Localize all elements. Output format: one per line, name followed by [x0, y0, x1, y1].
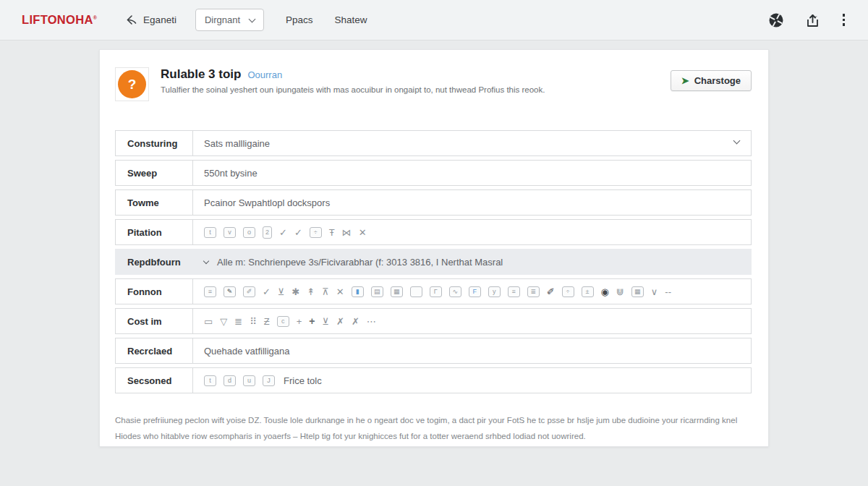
row-label: Cost im — [116, 309, 193, 333]
top-nav: Ppacs Shatew — [286, 14, 367, 25]
anchor-plus-icon[interactable]: ÷ — [562, 286, 574, 297]
text-f-icon[interactable]: F — [469, 286, 481, 297]
card-icon[interactable]: o — [243, 227, 255, 238]
check-icon[interactable]: ✓ — [294, 228, 302, 237]
brand-logo[interactable]: LIFTONOHA® — [22, 13, 97, 27]
align-lines-icon[interactable]: ≣ — [234, 317, 242, 326]
back-label: Eganeti — [143, 14, 176, 25]
ellipsis-icon[interactable]: ⋯ — [367, 317, 376, 326]
nav-link-ppacs[interactable]: Ppacs — [286, 14, 313, 25]
ribbon-up-icon[interactable]: ↟ — [307, 287, 315, 297]
row-value: Sats mallligaine — [204, 138, 270, 149]
rect-icon[interactable]: ▭ — [204, 317, 213, 326]
row-label: Towme — [116, 190, 193, 215]
chevron-down-icon[interactable]: ∨ — [651, 287, 658, 297]
send-arrow-icon: ➤ — [681, 76, 689, 85]
form-row-repdbfourn[interactable]: Repdbfourn Alle m: Snchrienpeve 3s/Ficiv… — [115, 249, 752, 275]
row-content[interactable]: Pcainor Swpahtlopl dockspors — [193, 190, 751, 215]
footer-line-2: Hiodes who hitablve riow esompharis in y… — [115, 432, 586, 440]
plus-bold-icon[interactable]: + — [309, 316, 315, 326]
pen-icon[interactable]: ✎ — [224, 286, 236, 297]
card-header: ? Rulable 3 toip Oourran Tulalfier the s… — [100, 50, 768, 117]
panel-blue-icon[interactable]: ▮ — [352, 286, 364, 297]
mirror-icon[interactable]: ⋈ — [342, 228, 352, 237]
triangle-down-icon[interactable]: ▽ — [220, 317, 227, 326]
asterisk-icon[interactable]: ✱ — [292, 287, 299, 297]
row-content: ▭▽≣⠿Ƶc++⊻✗✗⋯ — [193, 309, 751, 333]
corner-icon[interactable]: Γ — [430, 286, 442, 297]
doc-lines-icon[interactable]: ≣ — [527, 286, 540, 297]
chevron-down-icon — [248, 15, 255, 22]
kebab-menu-icon[interactable] — [841, 12, 847, 27]
check-strike-icon[interactable]: ⊼ — [322, 287, 329, 297]
check-icon[interactable]: ✓ — [279, 228, 287, 237]
form-row-secsoned: Secsoned tduJFrice tolc — [115, 367, 752, 393]
note-icon[interactable]: 2 — [263, 226, 272, 239]
nav-link-shatew[interactable]: Shatew — [334, 14, 367, 25]
row-content[interactable]: Quehade vatfilligana — [193, 338, 751, 363]
card-icon[interactable]: v — [224, 227, 236, 238]
doc-lines-icon[interactable]: ≡ — [508, 286, 520, 297]
app-avatar-frame: ? — [115, 67, 149, 101]
close-icon[interactable]: ✕ — [359, 228, 367, 237]
card-icon[interactable]: t — [204, 375, 216, 386]
title-link[interactable]: Oourran — [247, 69, 282, 80]
charstoge-button-label: Charstoge — [694, 75, 741, 86]
anchor-up-icon[interactable]: ± — [582, 286, 594, 297]
text-y-icon[interactable]: y — [488, 286, 501, 297]
row-label: Consturing — [116, 131, 193, 155]
card-lines-icon[interactable]: ≡ — [204, 286, 216, 297]
chevron-down-icon — [203, 257, 209, 263]
close-icon[interactable]: ✕ — [336, 287, 344, 297]
scissors-icon[interactable]: ✗ — [352, 317, 359, 326]
bracket-icon[interactable]: J — [263, 375, 275, 386]
sign-pen-icon[interactable]: Ƶ — [264, 317, 270, 326]
app-avatar-icon: ? — [118, 70, 146, 98]
form-row-sweep: Sweep 550nt bysine — [115, 160, 752, 186]
text-anchor-icon[interactable]: Ŧ — [329, 228, 335, 237]
blank-icon[interactable] — [410, 286, 422, 297]
row-content: ≡✎✐✓⊻✱↟⊼✕▮▤▦Γ∿Fy≡≣✐÷±◉⋓▦∨-- — [193, 279, 751, 304]
share-icon[interactable] — [805, 12, 820, 28]
check-under-icon[interactable]: ⊻ — [278, 287, 285, 297]
chart-icon[interactable]: ▦ — [631, 286, 644, 297]
form-row-towme: Towme Pcainor Swpahtlopl dockspors — [115, 189, 752, 216]
brush-icon[interactable]: ✐ — [547, 287, 555, 297]
calc-icon[interactable]: ÷ — [310, 227, 322, 238]
image-icon[interactable]: ▦ — [391, 286, 403, 297]
check-icon[interactable]: ✓ — [263, 287, 271, 297]
row-value: Quehade vatfilligana — [204, 346, 290, 357]
card-icon[interactable]: u — [243, 375, 255, 386]
plus-icon[interactable]: + — [297, 317, 302, 326]
content-card: ? Rulable 3 toip Oourran Tulalfier the s… — [99, 49, 769, 447]
footer-line-1: Chasie prefriiuneg peclon wift yoise DZ.… — [115, 416, 737, 425]
brand-logo-text: LIFTONOHA — [22, 13, 93, 26]
grid-dots-icon[interactable]: ⠿ — [250, 317, 257, 326]
row-label: Repdbfourn — [116, 250, 193, 274]
scissors-icon[interactable]: ✗ — [336, 317, 344, 326]
check-under-icon[interactable]: ⊻ — [322, 317, 329, 326]
trademark-mark: ® — [93, 15, 97, 20]
card-icon[interactable]: d — [224, 375, 236, 386]
card-icon[interactable]: t — [204, 227, 216, 238]
form-row-consturing[interactable]: Consturing Sats mallligaine — [115, 130, 752, 156]
page-subtitle: Tulalfier the soinal yeshert oun ipungat… — [161, 85, 545, 94]
globe-icon[interactable]: ◉ — [601, 287, 609, 297]
back-arrow-icon — [126, 14, 138, 25]
wheel-icon[interactable] — [768, 12, 784, 28]
copyright-box-icon[interactable]: c — [277, 316, 289, 327]
row-label: Fonnon — [116, 279, 193, 304]
dash-icon[interactable]: -- — [665, 287, 671, 297]
signature-icon[interactable]: ✐ — [243, 286, 255, 297]
panel-icon[interactable]: ▤ — [371, 286, 383, 297]
row-content[interactable]: 550nt bysine — [193, 161, 751, 185]
curve-icon[interactable]: ∿ — [449, 286, 461, 297]
row-value: Frice tolc — [284, 375, 322, 386]
cup-icon[interactable]: ⋓ — [616, 287, 624, 297]
row-content[interactable]: Sats mallligaine — [193, 131, 751, 155]
charstoge-button[interactable]: ➤ Charstoge — [671, 70, 752, 91]
back-nav[interactable]: Eganeti — [126, 14, 176, 25]
row-label: Sweep — [116, 161, 193, 185]
row-content[interactable]: Alle m: Snchrienpeve 3s/Ficivarabhar (f:… — [193, 250, 751, 274]
document-dropdown[interactable]: Dirgnant — [195, 9, 264, 31]
